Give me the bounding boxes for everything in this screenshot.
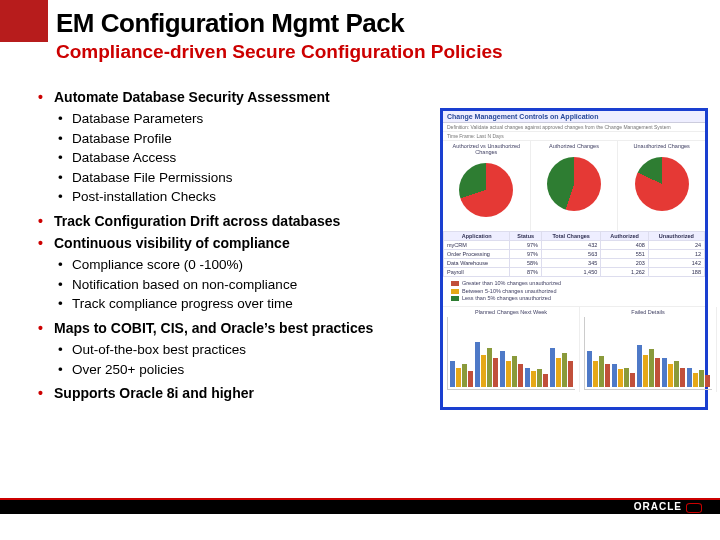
bullet-supports: Supports Oracle 8i and higher xyxy=(32,384,432,402)
bar-chart-icon xyxy=(447,317,575,390)
td: 97% xyxy=(510,250,542,259)
td: 24 xyxy=(648,241,704,250)
bar-row: Planned Changes Next WeekFailed DetailsR… xyxy=(443,306,705,392)
dashboard-title: Change Management Controls on Applicatio… xyxy=(443,111,705,123)
td: Payroll xyxy=(444,268,510,277)
sub-bullet: Post-installation Checks xyxy=(32,188,432,206)
td: Data Warehouse xyxy=(444,259,510,268)
bullet-text: Supports Oracle 8i and higher xyxy=(54,385,254,401)
td: 97% xyxy=(510,241,542,250)
sub-bullet: Over 250+ policies xyxy=(32,361,432,379)
td: 563 xyxy=(542,250,601,259)
app-table: Application Status Total Changes Authori… xyxy=(443,231,705,277)
legend-item: Greater than 10% changes unauthorized xyxy=(451,280,697,288)
sub-bullet-text: Compliance score (0 -100%) xyxy=(72,257,243,272)
pie-label: Authorized vs Unauthorized Changes xyxy=(445,143,528,155)
pie-label: Authorized Changes xyxy=(533,143,616,149)
sub-bullet-text: Post-installation Checks xyxy=(72,189,216,204)
dashboard-subtitle: Definition: Validate actual changes agai… xyxy=(443,123,705,132)
legend-swatch-icon xyxy=(451,289,459,294)
bar-cell: Failed Details xyxy=(580,307,717,392)
sub-bullet: Database Parameters xyxy=(32,110,432,128)
bullet-visibility: Continuous visibility of compliance xyxy=(32,234,432,252)
td: 1,450 xyxy=(542,268,601,277)
sub-bullet-text: Database File Permissions xyxy=(72,170,233,185)
title-block: EM Configuration Mgmt Pack Compliance-dr… xyxy=(56,8,696,63)
legend-item: Between 5-10% changes unauthorized xyxy=(451,288,697,296)
pie-label: Unauthorized Changes xyxy=(620,143,703,149)
td: 12 xyxy=(648,250,704,259)
bullet-text: Track Configuration Drift across databas… xyxy=(54,213,340,229)
legend-swatch-icon xyxy=(451,281,459,286)
sub-bullet: Notification based on non-compliance xyxy=(32,276,432,294)
td: myCRM xyxy=(444,241,510,250)
table-row: myCRM97%43240824 xyxy=(444,241,705,250)
oracle-logo: ORACLE xyxy=(634,501,702,512)
th: Unauthorized xyxy=(648,232,704,241)
table-row: Data Warehouse58%345203142 xyxy=(444,259,705,268)
th: Total Changes xyxy=(542,232,601,241)
legend-text: Greater than 10% changes unauthorized xyxy=(462,280,561,286)
th: Authorized xyxy=(601,232,649,241)
footer-black-bar: ORACLE xyxy=(0,500,720,514)
bullet-content: Automate Database Security Assessment Da… xyxy=(32,88,432,406)
pie-cell: Authorized vs Unauthorized Changes xyxy=(443,141,531,231)
sub-bullet: Compliance score (0 -100%) xyxy=(32,256,432,274)
td: 203 xyxy=(601,259,649,268)
slide: EM Configuration Mgmt Pack Compliance-dr… xyxy=(0,0,720,540)
sub-bullet: Track compliance progress over time xyxy=(32,295,432,313)
pie-row: Authorized vs Unauthorized Changes Autho… xyxy=(443,141,705,231)
bullet-drift: Track Configuration Drift across databas… xyxy=(32,212,432,230)
pie-chart-icon xyxy=(635,157,689,211)
td: 142 xyxy=(648,259,704,268)
bullet-maps: Maps to COBIT, CIS, and Oracle’s best pr… xyxy=(32,319,432,337)
bullet-text: Automate Database Security Assessment xyxy=(54,89,330,105)
sub-bullet-text: Database Access xyxy=(72,150,176,165)
bar-chart-title: Failed Details xyxy=(584,309,712,315)
table-row: Order Processing97%56355112 xyxy=(444,250,705,259)
legend-swatch-icon xyxy=(451,296,459,301)
bullet-text: Maps to COBIT, CIS, and Oracle’s best pr… xyxy=(54,320,373,336)
td: 408 xyxy=(601,241,649,250)
slide-title: EM Configuration Mgmt Pack xyxy=(56,8,696,39)
bullet-automate: Automate Database Security Assessment xyxy=(32,88,432,106)
td: 1,262 xyxy=(601,268,649,277)
sub-bullet-text: Database Profile xyxy=(72,131,172,146)
td: 188 xyxy=(648,268,704,277)
sub-bullet-text: Track compliance progress over time xyxy=(72,296,293,311)
sub-bullet: Out-of-the-box best practices xyxy=(32,341,432,359)
slide-footer: ORACLE xyxy=(0,498,720,540)
sub-bullet: Database Profile xyxy=(32,130,432,148)
pie-chart-icon xyxy=(459,163,513,217)
legend: Greater than 10% changes unauthorized Be… xyxy=(443,277,705,306)
pie-cell: Authorized Changes xyxy=(531,141,619,231)
legend-text: Between 5-10% changes unauthorized xyxy=(462,288,556,294)
dashboard-timeframe: Time Frame: Last N Days xyxy=(443,132,705,141)
legend-text: Less than 5% changes unauthorized xyxy=(462,295,551,301)
th: Application xyxy=(444,232,510,241)
sub-bullet-text: Notification based on non-compliance xyxy=(72,277,297,292)
table-row: Payroll87%1,4501,262188 xyxy=(444,268,705,277)
brand-accent-square xyxy=(0,0,48,42)
sub-bullet: Database File Permissions xyxy=(32,169,432,187)
sub-bullet-text: Out-of-the-box best practices xyxy=(72,342,246,357)
sub-bullet: Database Access xyxy=(32,149,432,167)
pie-cell: Unauthorized Changes xyxy=(618,141,705,231)
legend-item: Less than 5% changes unauthorized xyxy=(451,295,697,303)
bar-chart-icon xyxy=(584,317,712,390)
slide-subtitle: Compliance-driven Secure Configuration P… xyxy=(56,41,696,63)
dashboard-screenshot: Change Management Controls on Applicatio… xyxy=(440,108,708,410)
bullet-text: Continuous visibility of compliance xyxy=(54,235,290,251)
th: Status xyxy=(510,232,542,241)
td: 58% xyxy=(510,259,542,268)
sub-bullet-text: Over 250+ policies xyxy=(72,362,184,377)
bar-cell: Planned Changes Next Week xyxy=(443,307,580,392)
td: 87% xyxy=(510,268,542,277)
td: 432 xyxy=(542,241,601,250)
td: 551 xyxy=(601,250,649,259)
bar-chart-title: Planned Changes Next Week xyxy=(447,309,575,315)
table-header-row: Application Status Total Changes Authori… xyxy=(444,232,705,241)
pie-chart-icon xyxy=(547,157,601,211)
td: 345 xyxy=(542,259,601,268)
sub-bullet-text: Database Parameters xyxy=(72,111,203,126)
